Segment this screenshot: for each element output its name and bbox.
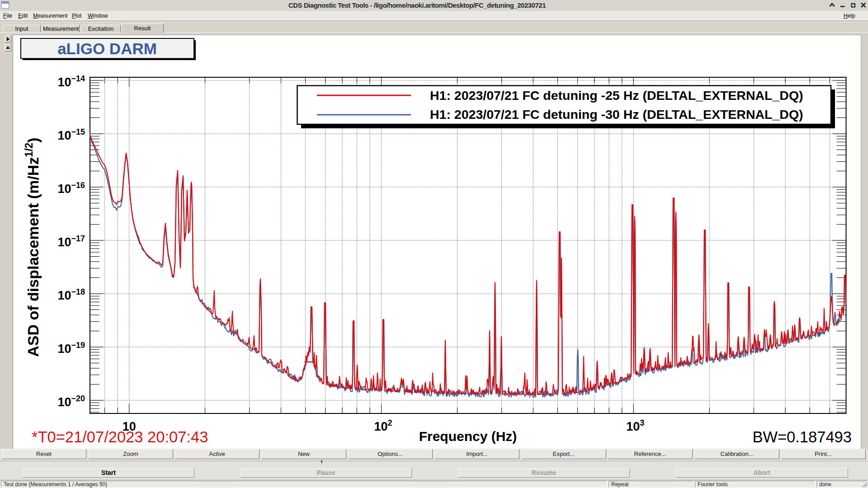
svg-text:10−15: 10−15 [57, 127, 85, 142]
svg-text:10−20: 10−20 [57, 394, 85, 409]
svg-text:10−17: 10−17 [57, 234, 85, 249]
svg-text:BW=0.187493: BW=0.187493 [752, 428, 852, 446]
svg-text:10−14: 10−14 [57, 74, 85, 89]
svg-text:103: 103 [626, 418, 644, 433]
svg-text:10−16: 10−16 [57, 181, 85, 196]
svg-text:aLIGO DARM: aLIGO DARM [57, 40, 157, 57]
svg-text:H1: 2023/07/21 FC detuning -25: H1: 2023/07/21 FC detuning -25 Hz (DELTA… [430, 88, 803, 103]
svg-text:10−18: 10−18 [57, 287, 85, 302]
svg-text:102: 102 [374, 418, 392, 433]
svg-text:ASD of displacement (m/Hz1/2): ASD of displacement (m/Hz1/2) [23, 137, 42, 357]
svg-text:*T0=21/07/2023 20:07:43: *T0=21/07/2023 20:07:43 [32, 428, 208, 446]
svg-text:H1: 2023/07/21 FC detuning -30: H1: 2023/07/21 FC detuning -30 Hz (DELTA… [430, 107, 803, 122]
svg-text:Frequency (Hz): Frequency (Hz) [419, 429, 517, 444]
svg-text:10−19: 10−19 [57, 341, 85, 356]
